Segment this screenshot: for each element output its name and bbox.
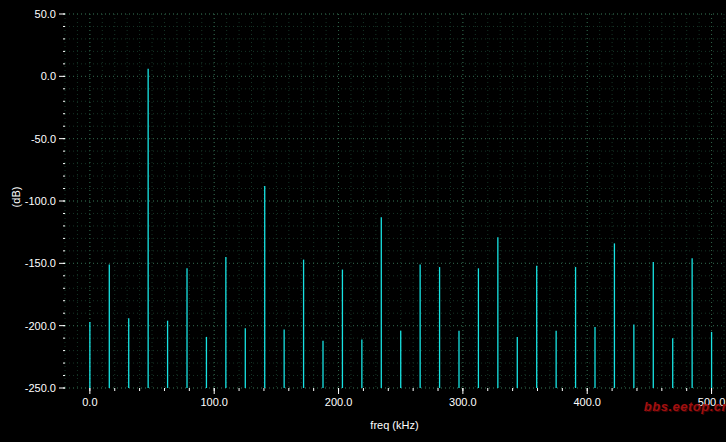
y-tick-label: -100.0 xyxy=(25,195,56,207)
spectrum-plot: 0.0100.0200.0300.0400.0500.050.00.0-50.0… xyxy=(0,0,726,442)
waveform-viewer-window: 0.0100.0200.0300.0400.0500.050.00.0-50.0… xyxy=(0,0,726,442)
y-axis-title: (dB) xyxy=(10,187,22,208)
y-tick-label: -150.0 xyxy=(25,257,56,269)
x-tick-label: 300.0 xyxy=(449,396,477,408)
y-tick-label: -50.0 xyxy=(31,133,56,145)
x-axis-title: freq (kHz) xyxy=(65,419,724,431)
watermark: bbs.eetop.cn xyxy=(644,399,726,414)
x-tick-label: 100.0 xyxy=(200,396,228,408)
x-tick-label: 400.0 xyxy=(573,396,601,408)
y-tick-label: 50.0 xyxy=(35,8,56,20)
y-tick-label: -200.0 xyxy=(25,320,56,332)
x-tick-label: 200.0 xyxy=(325,396,353,408)
y-tick-label: 0.0 xyxy=(41,70,56,82)
x-tick-label: 0.0 xyxy=(82,396,97,408)
y-tick-label: -250.0 xyxy=(25,382,56,394)
